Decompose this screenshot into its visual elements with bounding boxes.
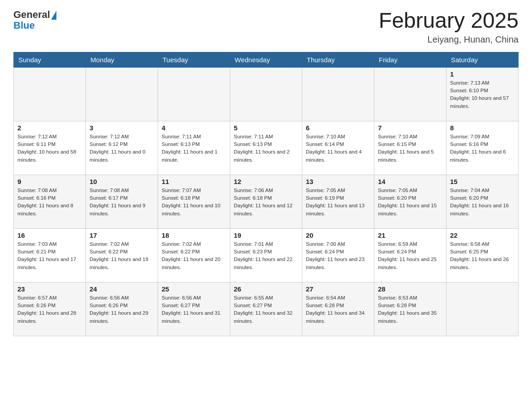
day-number: 28 [378, 285, 442, 293]
calendar-cell [374, 67, 446, 121]
calendar-cell: 23Sunrise: 6:57 AMSunset: 6:26 PMDayligh… [14, 282, 86, 336]
calendar-cell: 27Sunrise: 6:54 AMSunset: 6:28 PMDayligh… [302, 282, 374, 336]
day-info: Sunrise: 7:04 AMSunset: 6:20 PMDaylight:… [450, 187, 515, 218]
day-number: 27 [306, 285, 370, 293]
day-info: Sunrise: 7:03 AMSunset: 6:21 PMDaylight:… [17, 240, 82, 271]
day-header-thursday: Thursday [302, 52, 374, 67]
day-number: 18 [162, 231, 226, 239]
day-info: Sunrise: 7:10 AMSunset: 6:14 PMDaylight:… [306, 133, 370, 164]
day-info: Sunrise: 6:56 AMSunset: 6:26 PMDaylight:… [90, 294, 154, 325]
calendar-cell: 10Sunrise: 7:08 AMSunset: 6:17 PMDayligh… [86, 175, 158, 228]
location-title: Leiyang, Hunan, China [379, 34, 519, 45]
calendar-week-row: 23Sunrise: 6:57 AMSunset: 6:26 PMDayligh… [14, 282, 519, 336]
calendar-cell: 6Sunrise: 7:10 AMSunset: 6:14 PMDaylight… [302, 121, 374, 175]
logo: General Blue [13, 9, 56, 31]
calendar-cell: 8Sunrise: 7:09 AMSunset: 6:16 PMDaylight… [446, 121, 519, 175]
calendar-cell: 9Sunrise: 7:08 AMSunset: 6:16 PMDaylight… [14, 175, 86, 228]
day-number: 3 [90, 124, 154, 132]
day-info: Sunrise: 7:09 AMSunset: 6:16 PMDaylight:… [450, 133, 515, 164]
calendar-cell [86, 67, 158, 121]
logo-blue-text: Blue [13, 20, 35, 31]
day-number: 14 [378, 178, 442, 185]
calendar-cell: 22Sunrise: 6:58 AMSunset: 6:25 PMDayligh… [446, 228, 519, 282]
calendar-cell [302, 67, 374, 121]
calendar-week-row: 2Sunrise: 7:12 AMSunset: 6:11 PMDaylight… [14, 121, 519, 175]
logo-general-text: General [13, 9, 50, 21]
calendar-cell: 5Sunrise: 7:11 AMSunset: 6:13 PMDaylight… [230, 121, 302, 175]
day-info: Sunrise: 7:08 AMSunset: 6:16 PMDaylight:… [17, 187, 82, 218]
logo-triangle-icon [51, 11, 56, 20]
calendar-cell: 14Sunrise: 7:05 AMSunset: 6:20 PMDayligh… [374, 175, 446, 228]
day-number: 17 [90, 231, 154, 239]
calendar-cell: 7Sunrise: 7:10 AMSunset: 6:15 PMDaylight… [374, 121, 446, 175]
calendar-cell [14, 67, 86, 121]
calendar-week-row: 1Sunrise: 7:13 AMSunset: 6:10 PMDaylight… [14, 67, 519, 121]
day-info: Sunrise: 7:12 AMSunset: 6:12 PMDaylight:… [90, 133, 154, 164]
calendar-cell: 16Sunrise: 7:03 AMSunset: 6:21 PMDayligh… [14, 228, 86, 282]
day-info: Sunrise: 7:02 AMSunset: 6:22 PMDaylight:… [90, 240, 154, 271]
day-info: Sunrise: 7:11 AMSunset: 6:13 PMDaylight:… [162, 133, 226, 164]
day-number: 21 [378, 231, 442, 239]
day-number: 2 [17, 124, 82, 132]
day-number: 7 [378, 124, 442, 132]
day-info: Sunrise: 7:00 AMSunset: 6:24 PMDaylight:… [306, 240, 370, 271]
calendar-cell: 26Sunrise: 6:55 AMSunset: 6:27 PMDayligh… [230, 282, 302, 336]
day-number: 13 [306, 178, 370, 185]
day-info: Sunrise: 7:06 AMSunset: 6:18 PMDaylight:… [234, 187, 298, 218]
day-number: 23 [17, 285, 82, 293]
day-number: 10 [90, 178, 154, 185]
day-info: Sunrise: 7:02 AMSunset: 6:22 PMDaylight:… [162, 240, 226, 271]
day-number: 22 [450, 231, 515, 239]
day-info: Sunrise: 7:05 AMSunset: 6:20 PMDaylight:… [378, 187, 442, 218]
day-info: Sunrise: 7:12 AMSunset: 6:11 PMDaylight:… [17, 133, 82, 164]
day-header-wednesday: Wednesday [230, 52, 302, 67]
month-title: February 2025 [379, 9, 519, 33]
calendar-cell: 19Sunrise: 7:01 AMSunset: 6:23 PMDayligh… [230, 228, 302, 282]
day-info: Sunrise: 6:58 AMSunset: 6:25 PMDaylight:… [450, 240, 515, 271]
day-info: Sunrise: 6:54 AMSunset: 6:28 PMDaylight:… [306, 294, 370, 325]
calendar-week-row: 16Sunrise: 7:03 AMSunset: 6:21 PMDayligh… [14, 228, 519, 282]
day-number: 26 [234, 285, 298, 293]
calendar-header-row: SundayMondayTuesdayWednesdayThursdayFrid… [14, 52, 519, 67]
day-number: 4 [162, 124, 226, 132]
day-number: 15 [450, 178, 515, 185]
calendar-cell: 3Sunrise: 7:12 AMSunset: 6:12 PMDaylight… [86, 121, 158, 175]
calendar-cell: 15Sunrise: 7:04 AMSunset: 6:20 PMDayligh… [446, 175, 519, 228]
calendar-cell: 24Sunrise: 6:56 AMSunset: 6:26 PMDayligh… [86, 282, 158, 336]
day-info: Sunrise: 7:07 AMSunset: 6:18 PMDaylight:… [162, 187, 226, 218]
day-number: 24 [90, 285, 154, 293]
day-number: 6 [306, 124, 370, 132]
calendar-cell: 11Sunrise: 7:07 AMSunset: 6:18 PMDayligh… [158, 175, 230, 228]
day-number: 12 [234, 178, 298, 185]
day-info: Sunrise: 7:10 AMSunset: 6:15 PMDaylight:… [378, 133, 442, 164]
day-info: Sunrise: 6:53 AMSunset: 6:28 PMDaylight:… [378, 294, 442, 325]
day-header-monday: Monday [86, 52, 158, 67]
day-number: 8 [450, 124, 515, 132]
day-info: Sunrise: 7:08 AMSunset: 6:17 PMDaylight:… [90, 187, 154, 218]
day-number: 5 [234, 124, 298, 132]
day-info: Sunrise: 7:11 AMSunset: 6:13 PMDaylight:… [234, 133, 298, 164]
day-info: Sunrise: 7:01 AMSunset: 6:23 PMDaylight:… [234, 240, 298, 271]
day-header-friday: Friday [374, 52, 446, 67]
calendar-cell: 2Sunrise: 7:12 AMSunset: 6:11 PMDaylight… [14, 121, 86, 175]
day-info: Sunrise: 6:56 AMSunset: 6:27 PMDaylight:… [162, 294, 226, 325]
calendar-cell: 1Sunrise: 7:13 AMSunset: 6:10 PMDaylight… [446, 67, 519, 121]
calendar-table: SundayMondayTuesdayWednesdayThursdayFrid… [13, 52, 519, 336]
calendar-cell: 13Sunrise: 7:05 AMSunset: 6:19 PMDayligh… [302, 175, 374, 228]
calendar-cell: 4Sunrise: 7:11 AMSunset: 6:13 PMDaylight… [158, 121, 230, 175]
day-header-tuesday: Tuesday [158, 52, 230, 67]
calendar-week-row: 9Sunrise: 7:08 AMSunset: 6:16 PMDaylight… [14, 175, 519, 228]
calendar-cell: 17Sunrise: 7:02 AMSunset: 6:22 PMDayligh… [86, 228, 158, 282]
title-section: February 2025 Leiyang, Hunan, China [379, 9, 519, 45]
day-info: Sunrise: 6:59 AMSunset: 6:24 PMDaylight:… [378, 240, 442, 271]
calendar-cell: 12Sunrise: 7:06 AMSunset: 6:18 PMDayligh… [230, 175, 302, 228]
day-info: Sunrise: 7:05 AMSunset: 6:19 PMDaylight:… [306, 187, 370, 218]
calendar-cell: 21Sunrise: 6:59 AMSunset: 6:24 PMDayligh… [374, 228, 446, 282]
calendar-cell: 25Sunrise: 6:56 AMSunset: 6:27 PMDayligh… [158, 282, 230, 336]
day-number: 20 [306, 231, 370, 239]
day-info: Sunrise: 6:55 AMSunset: 6:27 PMDaylight:… [234, 294, 298, 325]
day-info: Sunrise: 7:13 AMSunset: 6:10 PMDaylight:… [450, 79, 515, 110]
day-number: 25 [162, 285, 226, 293]
day-number: 16 [17, 231, 82, 239]
calendar-cell [446, 282, 519, 336]
